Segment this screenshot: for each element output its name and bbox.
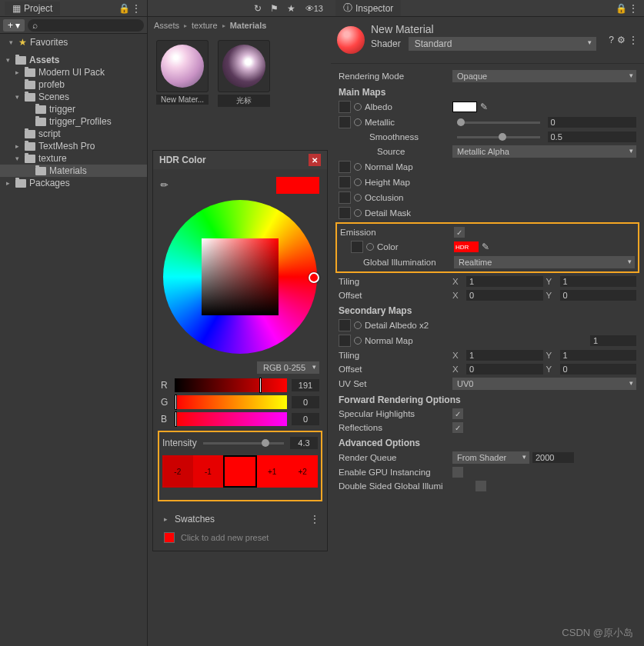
intensity-label: Intensity	[162, 438, 197, 448]
close-button[interactable]: ✕	[309, 154, 321, 166]
albedo-tex-slot[interactable]	[339, 101, 351, 113]
hdr-color-popup: HDR Color ✕ ✎ RGB 0-255 R 191 G 0 B 0	[152, 150, 328, 551]
project-panel-header: ▦ Project 🔒 ⋮	[0, 0, 147, 17]
swatches-toggle[interactable]: ▸ Swatches ⋮	[153, 509, 327, 529]
queue-field[interactable]: 2000	[532, 452, 574, 463]
gi-dropdown[interactable]: Realtime	[454, 256, 635, 268]
menu-icon[interactable]: ⋮	[310, 514, 319, 524]
intensity-step[interactable]: -1	[193, 455, 224, 488]
rendering-mode-dropdown[interactable]: Opaque	[452, 70, 636, 82]
add-preset-row[interactable]: Click to add new preset	[153, 529, 327, 551]
albedo-color-swatch[interactable]	[452, 102, 477, 112]
emission-checkbox[interactable]: ✓	[454, 227, 465, 238]
intensity-step[interactable]: +2	[287, 455, 318, 488]
add-button[interactable]: + ▾	[3, 19, 25, 32]
eyedropper-icon[interactable]: ✎	[480, 102, 488, 112]
refresh-icon[interactable]: ↻	[252, 2, 264, 15]
asset-item[interactable]: 光标	[215, 40, 272, 107]
height-tex-slot[interactable]	[339, 176, 351, 188]
metallic-slider[interactable]	[457, 122, 540, 124]
lock-icon[interactable]: 🔒	[118, 2, 130, 15]
tree-materials[interactable]: Materials	[0, 165, 147, 177]
emission-highlight: Emission ✓ Color HDR✎ Global Illuminatio…	[335, 222, 639, 273]
source-dropdown[interactable]: Metallic Alpha	[452, 145, 636, 158]
preset-swatch-icon	[164, 532, 175, 543]
doublesided-checkbox[interactable]	[475, 481, 486, 491]
color-mode-dropdown[interactable]: RGB 0-255	[257, 361, 319, 374]
offset-x[interactable]: 0	[466, 290, 543, 301]
favorites-row[interactable]: ▾ ★ Favorites	[0, 34, 147, 51]
chevron-right-icon: ▸	[161, 515, 170, 523]
tree-trigger[interactable]: trigger	[0, 103, 147, 115]
star-filter-icon[interactable]: ★	[285, 2, 298, 15]
occlusion-tex-slot[interactable]	[339, 191, 351, 204]
project-tab[interactable]: ▦ Project	[5, 2, 60, 15]
b-field[interactable]: 0	[292, 413, 319, 425]
rendering-mode-label: Rendering Mode	[339, 72, 446, 81]
intensity-field[interactable]: 4.3	[290, 437, 318, 449]
tree-packages[interactable]: ▸Packages	[0, 177, 147, 189]
reflections-checkbox[interactable]: ✓	[452, 422, 463, 433]
menu-icon[interactable]: ⋮	[629, 35, 638, 45]
project-tab-icon: ▦	[12, 3, 21, 14]
tree-textmesh[interactable]: ▸TextMesh Pro	[0, 140, 147, 152]
uvset-dropdown[interactable]: UV0	[452, 378, 636, 390]
favorites-label: Favorites	[30, 37, 68, 48]
eyedropper-icon[interactable]: ✎	[158, 179, 172, 192]
normal-tex-slot[interactable]	[339, 161, 351, 173]
g-slider[interactable]	[175, 395, 287, 409]
intensity-slider[interactable]	[203, 442, 284, 445]
hidden-count[interactable]: 👁13	[302, 4, 326, 13]
lock-icon[interactable]: 🔒	[615, 2, 627, 15]
info-icon: ⓘ	[343, 2, 352, 15]
tiling-x[interactable]: 1	[466, 276, 543, 287]
search-input[interactable]: ⌕	[28, 19, 144, 32]
tree-modern-ui[interactable]: ▸Modern UI Pack	[0, 66, 147, 78]
shader-label: Shader	[371, 38, 401, 49]
intensity-step[interactable]: -2	[162, 455, 193, 488]
smoothness-field[interactable]: 0.5	[548, 132, 637, 142]
radio-icon[interactable]	[354, 118, 362, 126]
material-name: New Material	[371, 23, 602, 35]
settings-icon[interactable]: ⚙	[617, 35, 626, 45]
gpu-checkbox[interactable]	[452, 467, 463, 478]
tiling-y[interactable]: 1	[560, 276, 637, 287]
queue-dropdown[interactable]: From Shader	[452, 451, 529, 464]
g-field[interactable]: 0	[292, 396, 319, 408]
color-wheel[interactable]	[163, 200, 317, 354]
normal2-field[interactable]: 1	[590, 335, 636, 346]
r-slider[interactable]	[175, 378, 287, 392]
emission-tex-slot[interactable]	[351, 241, 363, 253]
tree-scenes[interactable]: ▾Scenes	[0, 91, 147, 103]
intensity-step[interactable]	[223, 455, 257, 488]
tree-trigger-profiles[interactable]: trigger_Profiles	[0, 115, 147, 128]
menu-icon[interactable]: ⋮	[130, 2, 142, 15]
asset-item[interactable]: New Mater...	[154, 40, 211, 107]
emission-color-swatch[interactable]: HDR	[454, 241, 479, 252]
tree-profeb[interactable]: profeb	[0, 78, 147, 91]
hue-cursor-icon[interactable]	[309, 272, 319, 283]
color-square[interactable]	[202, 238, 279, 315]
offset-y[interactable]: 0	[560, 290, 637, 301]
detail-mask-slot[interactable]	[339, 207, 351, 219]
menu-icon[interactable]: ⋮	[627, 2, 639, 15]
r-field[interactable]: 191	[292, 379, 319, 391]
eyedropper-icon[interactable]: ✎	[482, 241, 489, 252]
breadcrumb[interactable]: Assets▸ texture▸ Materials	[148, 17, 331, 34]
metallic-tex-slot[interactable]	[339, 116, 351, 128]
smoothness-slider[interactable]	[457, 136, 540, 138]
shader-dropdown[interactable]: Standard	[409, 37, 597, 51]
filter-icon[interactable]: ⚑	[269, 2, 281, 15]
tree-script[interactable]: script	[0, 128, 147, 140]
specular-checkbox[interactable]: ✓	[452, 408, 463, 419]
tree-assets[interactable]: ▾Assets	[0, 54, 147, 66]
hdr-title-label: HDR Color	[159, 155, 206, 165]
radio-icon[interactable]	[354, 103, 362, 111]
inspector-tab[interactable]: ⓘ Inspector	[335, 0, 401, 16]
tree-texture[interactable]: ▾texture	[0, 152, 147, 165]
intensity-step[interactable]: +1	[257, 455, 288, 488]
metallic-field[interactable]: 0	[548, 117, 637, 128]
asset-grid: New Mater... 光标	[148, 34, 331, 113]
b-slider[interactable]	[175, 412, 287, 426]
help-icon[interactable]: ?	[609, 35, 614, 45]
